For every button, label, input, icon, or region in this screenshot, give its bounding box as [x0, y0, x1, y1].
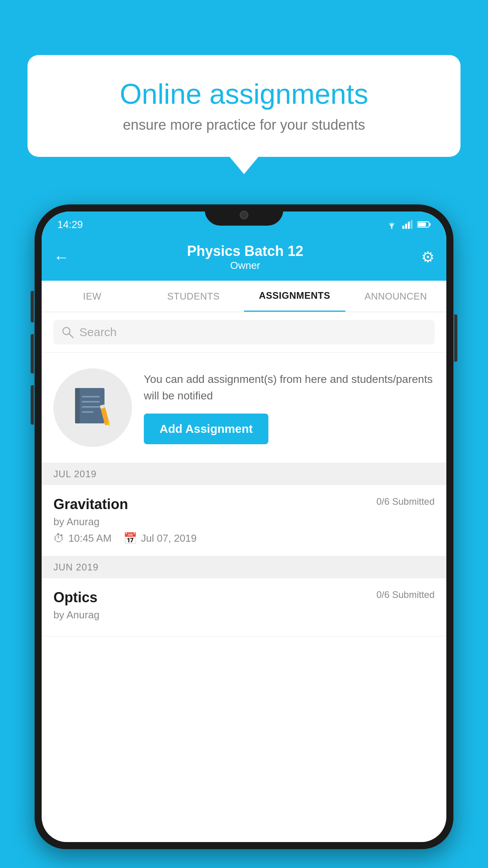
battery-icon — [417, 221, 431, 228]
phone-wrapper: 14:29 — [35, 204, 453, 868]
assignment-time-gravitation: ⏱ 10:45 AM — [53, 532, 112, 545]
search-bar: Search — [42, 312, 446, 353]
speech-bubble: Online assignments ensure more practice … — [28, 55, 460, 157]
tab-announcements[interactable]: ANNOUNCEN — [345, 281, 447, 312]
assignment-item-optics[interactable]: Optics 0/6 Submitted by Anurag — [42, 578, 446, 636]
phone-outer: 14:29 — [35, 204, 453, 849]
section-header-jul: JUL 2019 — [42, 463, 446, 485]
back-button[interactable]: ← — [53, 248, 69, 266]
tab-assignments[interactable]: ASSIGNMENTS — [244, 281, 345, 312]
app-header: ← Physics Batch 12 Owner ⚙ — [42, 234, 446, 281]
tabs-bar: IEW STUDENTS ASSIGNMENTS ANNOUNCEN — [42, 281, 446, 312]
assignment-top-row-optics: Optics 0/6 Submitted — [53, 589, 435, 606]
svg-rect-12 — [82, 401, 100, 403]
calendar-icon: 📅 — [123, 532, 137, 545]
assignment-title-optics: Optics — [53, 589, 97, 606]
speech-bubble-container: Online assignments ensure more practice … — [28, 55, 460, 157]
svg-rect-15 — [75, 388, 80, 423]
assignment-submitted-gravitation: 0/6 Submitted — [376, 496, 435, 507]
settings-icon[interactable]: ⚙ — [421, 248, 435, 266]
phone-notch — [205, 204, 283, 226]
notebook-icon — [73, 386, 112, 429]
assignment-item-gravitation[interactable]: Gravitation 0/6 Submitted by Anurag ⏱ 10… — [42, 485, 446, 556]
notebook-icon-circle — [53, 368, 132, 447]
svg-rect-7 — [418, 223, 426, 226]
section-header-jun: JUN 2019 — [42, 556, 446, 578]
tab-iew[interactable]: IEW — [42, 281, 143, 312]
svg-point-0 — [391, 227, 393, 229]
assignment-by-optics: by Anurag — [53, 609, 435, 621]
tab-students[interactable]: STUDENTS — [143, 281, 244, 312]
assignment-title-gravitation: Gravitation — [53, 496, 128, 513]
header-subtitle: Owner — [187, 259, 303, 272]
svg-rect-14 — [82, 411, 94, 413]
phone-button-left2 — [31, 334, 34, 373]
assignment-top-row: Gravitation 0/6 Submitted — [53, 496, 435, 513]
phone-button-left3 — [31, 385, 34, 425]
speech-bubble-title: Online assignments — [55, 79, 433, 110]
signal-icon — [402, 220, 413, 229]
svg-rect-1 — [402, 226, 404, 229]
svg-rect-6 — [429, 223, 431, 226]
svg-rect-11 — [82, 396, 100, 397]
assignment-meta-gravitation: ⏱ 10:45 AM 📅 Jul 07, 2019 — [53, 532, 435, 545]
assignment-date-gravitation: 📅 Jul 07, 2019 — [123, 532, 197, 545]
search-placeholder: Search — [79, 326, 117, 339]
header-title: Physics Batch 12 — [187, 243, 303, 259]
status-time: 14:29 — [57, 219, 83, 231]
section-month-jun: JUN 2019 — [53, 562, 99, 572]
search-icon — [61, 326, 74, 338]
svg-rect-2 — [405, 224, 407, 229]
svg-rect-13 — [82, 406, 100, 408]
svg-rect-4 — [411, 220, 413, 229]
clock-icon: ⏱ — [53, 532, 64, 545]
header-title-container: Physics Batch 12 Owner — [187, 243, 303, 272]
wifi-icon — [386, 220, 398, 229]
svg-line-9 — [69, 334, 73, 338]
assignment-by-gravitation: by Anurag — [53, 516, 435, 528]
add-assignment-content: You can add assignment(s) from here and … — [144, 371, 435, 444]
phone-screen: 14:29 — [42, 211, 446, 842]
search-input-container[interactable]: Search — [53, 320, 435, 344]
section-month-jul: JUL 2019 — [53, 469, 97, 479]
phone-button-left1 — [31, 291, 34, 322]
phone-button-right — [454, 314, 457, 362]
assignment-submitted-optics: 0/6 Submitted — [376, 589, 435, 600]
add-assignment-button[interactable]: Add Assignment — [144, 414, 268, 444]
add-assignment-description: You can add assignment(s) from here and … — [144, 371, 435, 404]
add-assignment-section: You can add assignment(s) from here and … — [42, 353, 446, 463]
phone-camera — [240, 211, 248, 219]
status-icons — [386, 220, 431, 229]
speech-bubble-subtitle: ensure more practice for your students — [55, 117, 433, 133]
svg-rect-3 — [408, 222, 410, 229]
